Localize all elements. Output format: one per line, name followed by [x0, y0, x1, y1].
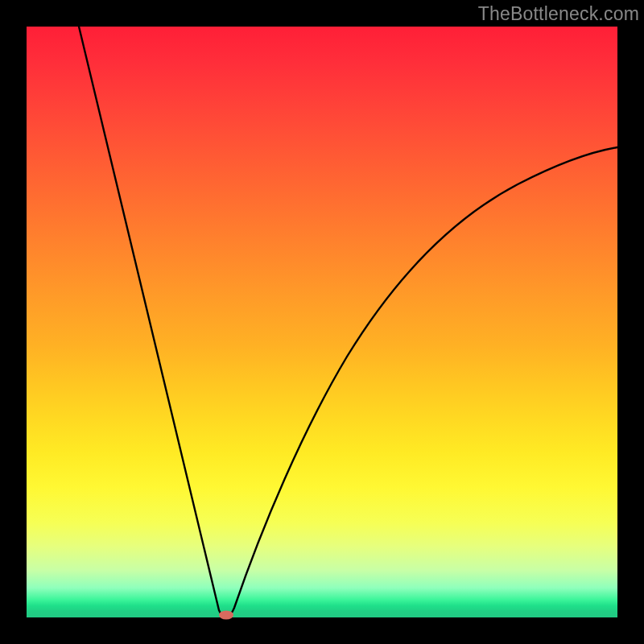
plot-area: [27, 27, 617, 617]
curve-layer: [27, 27, 617, 617]
min-marker: [219, 611, 233, 620]
attribution-text: TheBottleneck.com: [478, 3, 639, 25]
bottleneck-curve: [79, 27, 617, 617]
chart-stage: TheBottleneck.com: [0, 0, 644, 644]
